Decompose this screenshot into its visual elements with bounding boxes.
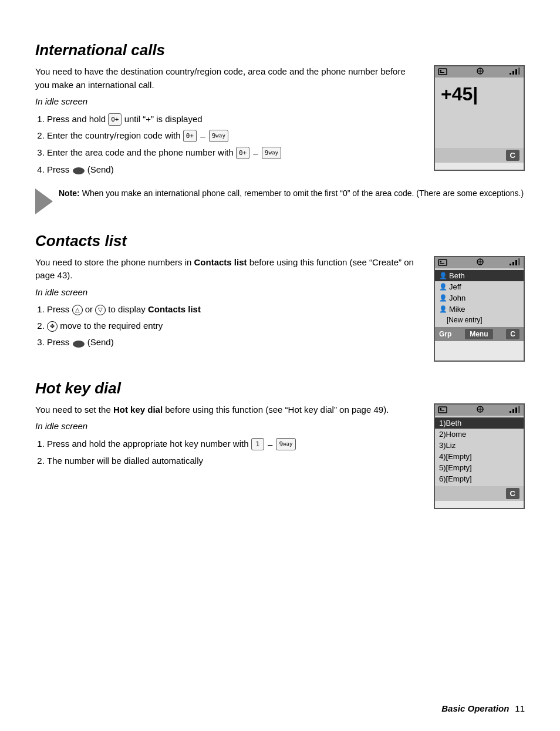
step-3: Enter the area code and the phone number… [47, 146, 422, 160]
contacts-status-right [509, 258, 521, 267]
hotkey-text: You need to set the Hot key dial before … [35, 403, 422, 470]
profile-icon-hotkey [475, 406, 485, 413]
svg-rect-14 [440, 263, 444, 264]
contact-name-beth: Beth [449, 271, 465, 280]
contacts-intro: You need to store the phone numbers in C… [35, 256, 422, 282]
svg-rect-20 [515, 260, 517, 265]
contacts-list-display: 👤 Beth 👤 Jeff 👤 John 👤 Mike [435, 268, 524, 327]
contacts-statusbar [435, 257, 524, 268]
footer-label: Basic Operation [441, 703, 509, 713]
footer-menu: Menu [465, 329, 492, 339]
step-1: Press and hold 0+ until “+” is displayed [47, 112, 422, 126]
note-text-content: Note: When you make an international pho… [59, 187, 524, 200]
hotkey-section: Hot key dial You need to set the Hot key… [35, 379, 525, 509]
svg-rect-19 [512, 262, 514, 265]
contacts-step-1: Press △ or ▽ to display Contacts list [47, 302, 422, 316]
profile-icon-int [475, 68, 485, 75]
contact-beth: 👤 Beth [435, 270, 524, 281]
svg-rect-28 [510, 411, 511, 413]
signal-icon-hotkey [509, 406, 521, 413]
phone-icon-contacts [438, 258, 451, 266]
svg-rect-13 [440, 261, 441, 262]
contacts-steps: Press △ or ▽ to display Contacts list ✥ … [47, 302, 422, 349]
svg-rect-31 [518, 406, 520, 413]
nav-up-icon: △ [72, 305, 83, 315]
contacts-idle-label: In idle screen [35, 286, 422, 299]
step-2: Enter the country/region code with 0+ – … [47, 129, 422, 143]
svg-rect-8 [512, 71, 514, 75]
international-steps: Press and hold 0+ until “+” is displayed… [47, 112, 422, 177]
footer-c: C [506, 329, 519, 339]
hotkey-item-2: 2)Home [435, 429, 524, 440]
int-statusbar [435, 66, 524, 78]
signal-icon-int [509, 68, 521, 75]
key-9way-hotkey: 9way [276, 438, 295, 451]
international-phone: +45| C [434, 65, 525, 171]
contacts-title: Contacts list [35, 232, 525, 250]
svg-rect-30 [515, 407, 517, 413]
contact-icon-john: 👤 [439, 294, 447, 302]
key-1-hotkey: 1 [251, 438, 264, 451]
hotkey-item-5: 5)[Empty] [435, 462, 524, 473]
new-entry-label: [New entry] [447, 316, 483, 324]
contact-icon-beth: 👤 [439, 272, 447, 279]
contacts-status-center [475, 258, 485, 267]
hotkey-list-display: 1)Beth 2)Home 3)Liz 4)[Empty] 5)[Empty] … [435, 416, 524, 486]
hotkey-status-left [438, 406, 451, 415]
international-note: Note: When you make an international pho… [35, 187, 525, 214]
contacts-phone-footer: Grp Menu C [435, 327, 524, 341]
international-section: International calls You need to have the… [35, 41, 525, 214]
contacts-list-bold: Contacts list [148, 304, 201, 314]
hotkey-item-4: 4)[Empty] [435, 451, 524, 462]
international-text: You need to have the destination country… [35, 65, 422, 179]
new-entry-item: [New entry] [435, 315, 524, 325]
hotkey-block: You need to set the Hot key dial before … [35, 403, 525, 509]
signal-icon-contacts [509, 258, 521, 266]
int-phone-footer: C [435, 148, 524, 163]
contact-name-jeff: Jeff [449, 282, 461, 291]
int-number: +45| [441, 83, 478, 105]
note-body: When you make an international phone cal… [82, 188, 524, 198]
note-bold: Note: [59, 188, 80, 198]
hotkey-statusbar [435, 405, 524, 416]
svg-rect-7 [510, 73, 511, 75]
profile-icon-contacts [475, 258, 485, 266]
send-icon-intl [72, 166, 85, 174]
hotkey-phone-footer: C [435, 486, 524, 501]
key-9way-2: 9way [262, 147, 281, 160]
svg-rect-10 [518, 68, 520, 75]
international-intro: You need to have the destination country… [35, 65, 422, 92]
contact-jeff: 👤 Jeff [435, 281, 524, 292]
nav-move-icon: ✥ [47, 321, 58, 332]
phone-icon-hotkey [438, 406, 451, 413]
hotkey-item-3: 3)Liz [435, 440, 524, 451]
step-4: Press (Send) [47, 163, 422, 177]
svg-rect-2 [440, 70, 441, 72]
svg-rect-9 [515, 69, 517, 75]
page-number: 11 [515, 703, 525, 713]
contact-mike: 👤 Mike [435, 304, 524, 315]
svg-rect-24 [440, 410, 444, 411]
international-idle-label: In idle screen [35, 95, 422, 109]
hotkey-step-1: Press and hold the appropriate hot key n… [47, 437, 422, 452]
contacts-block: You need to store the phone numbers in C… [35, 256, 525, 362]
contacts-text: You need to store the phone numbers in C… [35, 256, 422, 352]
hotkey-title: Hot key dial [35, 379, 525, 397]
contact-name-john: John [449, 294, 465, 302]
int-status-right [509, 68, 521, 76]
hotkey-item-6: 6)[Empty] [435, 473, 524, 484]
contacts-status-left [438, 258, 451, 267]
contacts-step-2: ✥ move to the required entry [47, 319, 422, 333]
int-status-center [475, 68, 485, 76]
contacts-section: Contacts list You need to store the phon… [35, 232, 525, 362]
hotkey-c-button: C [506, 488, 519, 499]
key-0plus-3: 0+ [236, 147, 249, 160]
nav-down-icon: ▽ [95, 305, 106, 315]
contact-icon-jeff: 👤 [439, 283, 447, 291]
hotkey-item-1: 1)Beth [435, 417, 524, 429]
phone-icon-int [438, 68, 451, 75]
int-phone-display: +45| [435, 78, 524, 148]
send-icon-contacts [72, 339, 85, 348]
svg-rect-23 [440, 408, 441, 410]
hotkey-bold: Hot key dial [113, 405, 163, 415]
